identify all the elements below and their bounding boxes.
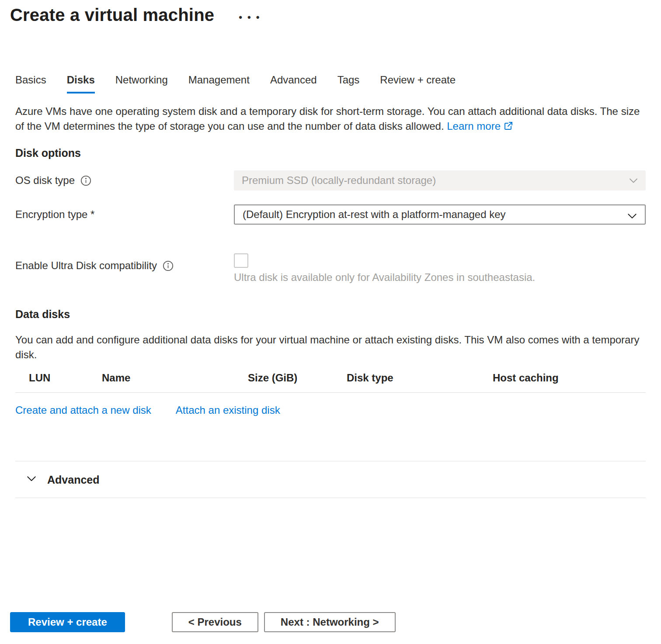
advanced-expander[interactable]: Advanced <box>15 472 646 488</box>
learn-more-link[interactable]: Learn more <box>447 120 514 132</box>
tab-basics[interactable]: Basics <box>15 74 46 93</box>
table-divider <box>15 392 646 393</box>
data-disks-heading: Data disks <box>15 308 646 321</box>
page-title: Create a virtual machine <box>10 5 214 25</box>
previous-button[interactable]: < Previous <box>172 612 258 632</box>
more-options-icon[interactable]: • • • <box>239 11 261 20</box>
encryption-type-value: (Default) Encryption at-rest with a plat… <box>243 208 506 221</box>
advanced-divider-bottom <box>15 498 646 498</box>
os-disk-type-select: Premium SSD (locally-redundant storage) <box>234 170 646 190</box>
os-disk-type-label-group: OS disk type <box>15 174 234 187</box>
ultra-disk-info-icon[interactable] <box>162 260 174 272</box>
external-link-icon <box>503 120 514 135</box>
learn-more-label: Learn more <box>447 120 501 132</box>
data-disks-table-header: LUN Name Size (GiB) Disk type Host cachi… <box>15 372 646 384</box>
wizard-tabs: Basics Disks Networking Management Advan… <box>15 74 646 93</box>
advanced-expander-label: Advanced <box>47 474 99 486</box>
column-header-disk-type: Disk type <box>347 372 493 384</box>
ultra-disk-row: Enable Ultra Disk compatibility Ultra di… <box>15 253 646 284</box>
wizard-footer: Review + create < Previous Next : Networ… <box>10 612 646 632</box>
tab-networking[interactable]: Networking <box>115 74 168 93</box>
attach-existing-disk-link[interactable]: Attach an existing disk <box>176 404 280 416</box>
ultra-disk-helper-text: Ultra disk is available only for Availab… <box>234 271 646 284</box>
column-header-name: Name <box>102 372 248 384</box>
chevron-down-icon <box>626 210 638 224</box>
column-header-host-caching: Host caching <box>493 372 646 384</box>
advanced-divider-top <box>15 461 646 461</box>
encryption-type-row: Encryption type * (Default) Encryption a… <box>15 204 646 225</box>
review-create-button[interactable]: Review + create <box>10 612 125 632</box>
ultra-disk-label-group: Enable Ultra Disk compatibility <box>15 260 234 272</box>
disk-options-heading: Disk options <box>15 147 646 159</box>
intro-text-body: Azure VMs have one operating system disk… <box>15 105 640 132</box>
encryption-type-label: Encryption type * <box>15 208 94 221</box>
os-disk-type-value: Premium SSD (locally-redundant storage) <box>242 174 436 187</box>
intro-text: Azure VMs have one operating system disk… <box>15 104 646 135</box>
ultra-disk-checkbox[interactable] <box>234 253 248 268</box>
page-header: Create a virtual machine • • • <box>10 5 646 25</box>
os-disk-type-label: OS disk type <box>15 174 75 187</box>
os-disk-type-row: OS disk type Premium SSD (locally-redund… <box>15 170 646 190</box>
create-attach-new-disk-link[interactable]: Create and attach a new disk <box>15 404 151 416</box>
tab-tags[interactable]: Tags <box>337 74 360 93</box>
os-disk-type-info-icon[interactable] <box>80 175 92 187</box>
chevron-down-icon <box>628 175 639 188</box>
ultra-disk-label: Enable Ultra Disk compatibility <box>15 260 157 272</box>
tab-advanced[interactable]: Advanced <box>270 74 317 93</box>
column-header-size: Size (GiB) <box>248 372 347 384</box>
next-networking-button[interactable]: Next : Networking > <box>264 612 396 632</box>
tab-management[interactable]: Management <box>188 74 250 93</box>
data-disks-description: You can add and configure additional dat… <box>15 332 646 362</box>
create-vm-page: Create a virtual machine • • • Basics Di… <box>0 0 661 632</box>
tab-disks[interactable]: Disks <box>67 74 95 93</box>
column-header-lun: LUN <box>29 372 102 384</box>
chevron-down-icon <box>25 472 38 488</box>
encryption-type-select[interactable]: (Default) Encryption at-rest with a plat… <box>234 204 646 225</box>
encryption-type-label-group: Encryption type * <box>15 208 234 221</box>
tab-review-create[interactable]: Review + create <box>380 74 456 93</box>
data-disks-actions: Create and attach a new disk Attach an e… <box>15 404 646 416</box>
ultra-disk-field: Ultra disk is available only for Availab… <box>234 253 646 284</box>
